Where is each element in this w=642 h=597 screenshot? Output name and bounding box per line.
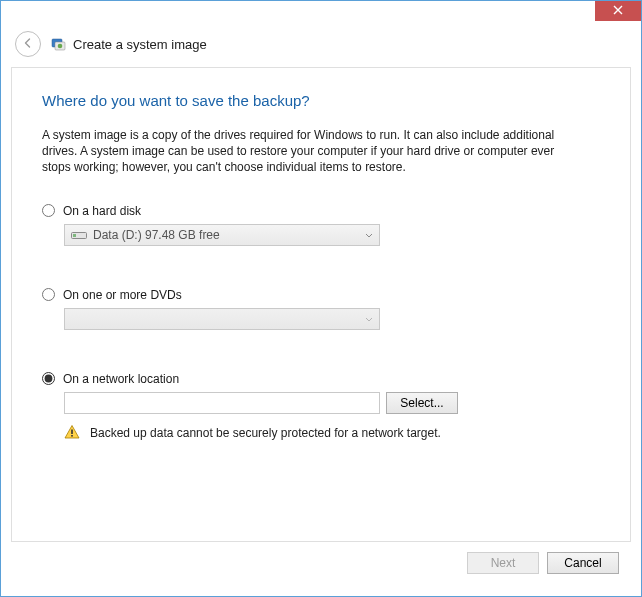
chevron-down-icon: [365, 228, 373, 242]
option-dvd-label: On one or more DVDs: [63, 288, 182, 302]
option-network: On a network location Select... Backed u: [42, 372, 600, 443]
option-network-label: On a network location: [63, 372, 179, 386]
network-input-row: Select...: [64, 392, 600, 414]
svg-rect-5: [71, 429, 73, 434]
close-button[interactable]: [595, 1, 641, 21]
warning-icon: [64, 424, 80, 443]
warning-row: Backed up data cannot be securely protec…: [64, 424, 600, 443]
option-network-row[interactable]: On a network location: [42, 372, 600, 386]
select-button[interactable]: Select...: [386, 392, 458, 414]
titlebar: [1, 1, 641, 25]
system-image-icon: [51, 36, 67, 52]
close-icon: [613, 5, 623, 17]
option-hard-disk-row[interactable]: On a hard disk: [42, 204, 600, 218]
warning-text: Backed up data cannot be securely protec…: [90, 426, 441, 440]
hard-disk-selected: Data (D:) 97.48 GB free: [93, 228, 220, 242]
radio-hard-disk[interactable]: [42, 204, 55, 217]
radio-dvd[interactable]: [42, 288, 55, 301]
option-hard-disk: On a hard disk Data (D:) 97.48 GB free: [42, 204, 600, 246]
option-dvd: On one or more DVDs: [42, 288, 600, 330]
back-button[interactable]: [15, 31, 41, 57]
hard-disk-dropdown[interactable]: Data (D:) 97.48 GB free: [64, 224, 380, 246]
header: Create a system image: [1, 25, 641, 67]
chevron-down-icon: [365, 312, 373, 326]
svg-point-2: [58, 44, 63, 49]
radio-network[interactable]: [42, 372, 55, 385]
wizard-window: Create a system image Where do you want …: [0, 0, 642, 597]
heading: Where do you want to save the backup?: [42, 92, 600, 109]
description: A system image is a copy of the drives r…: [42, 127, 582, 176]
option-dvd-row[interactable]: On one or more DVDs: [42, 288, 600, 302]
content-outer: Where do you want to save the backup? A …: [1, 67, 641, 596]
arrow-left-icon: [22, 37, 34, 52]
header-title-wrap: Create a system image: [51, 36, 207, 52]
svg-rect-6: [71, 435, 73, 437]
option-hard-disk-label: On a hard disk: [63, 204, 141, 218]
next-button[interactable]: Next: [467, 552, 539, 574]
footer: Next Cancel: [11, 542, 631, 586]
page-title: Create a system image: [73, 37, 207, 52]
svg-rect-4: [73, 234, 76, 237]
cancel-button[interactable]: Cancel: [547, 552, 619, 574]
network-path-input[interactable]: [64, 392, 380, 414]
drive-icon: [71, 229, 87, 241]
panel: Where do you want to save the backup? A …: [11, 67, 631, 542]
dvd-dropdown: [64, 308, 380, 330]
